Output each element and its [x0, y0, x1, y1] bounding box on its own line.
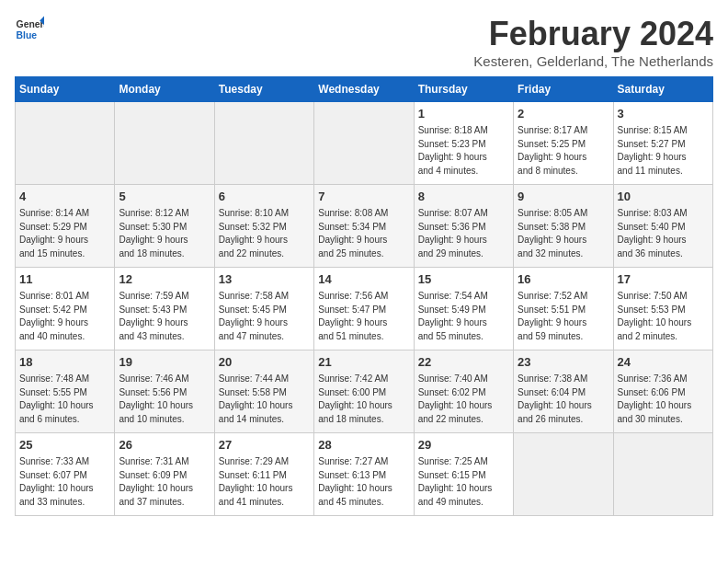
- day-cell: 8Sunrise: 8:07 AM Sunset: 5:36 PM Daylig…: [414, 185, 513, 268]
- week-row-1: 1Sunrise: 8:18 AM Sunset: 5:23 PM Daylig…: [16, 102, 713, 185]
- day-number: 29: [418, 437, 509, 454]
- day-info: Sunrise: 7:38 AM Sunset: 6:04 PM Dayligh…: [518, 373, 609, 426]
- day-cell: 24Sunrise: 7:36 AM Sunset: 6:06 PM Dayli…: [613, 350, 712, 433]
- day-info: Sunrise: 7:52 AM Sunset: 5:51 PM Dayligh…: [518, 290, 609, 343]
- col-header-tuesday: Tuesday: [214, 77, 313, 102]
- col-header-monday: Monday: [115, 77, 214, 102]
- title-area: February 2024 Kesteren, Gelderland, The …: [473, 15, 713, 69]
- day-number: 20: [219, 354, 310, 371]
- svg-text:Blue: Blue: [17, 30, 38, 40]
- day-cell: 15Sunrise: 7:54 AM Sunset: 5:49 PM Dayli…: [414, 268, 513, 350]
- col-header-thursday: Thursday: [414, 77, 513, 102]
- day-cell: 20Sunrise: 7:44 AM Sunset: 5:58 PM Dayli…: [214, 350, 313, 433]
- day-cell: [16, 102, 115, 185]
- day-info: Sunrise: 8:03 AM Sunset: 5:40 PM Dayligh…: [618, 207, 709, 260]
- col-header-saturday: Saturday: [613, 77, 712, 102]
- day-cell: 16Sunrise: 7:52 AM Sunset: 5:51 PM Dayli…: [514, 268, 613, 350]
- day-cell: 2Sunrise: 8:17 AM Sunset: 5:25 PM Daylig…: [514, 102, 613, 185]
- day-cell: 3Sunrise: 8:15 AM Sunset: 5:27 PM Daylig…: [613, 102, 712, 185]
- day-number: 8: [418, 189, 509, 205]
- calendar-table: SundayMondayTuesdayWednesdayThursdayFrid…: [15, 76, 713, 516]
- day-number: 3: [618, 106, 709, 122]
- day-cell: 5Sunrise: 8:12 AM Sunset: 5:30 PM Daylig…: [115, 185, 214, 268]
- day-number: 24: [618, 354, 709, 371]
- day-cell: [514, 433, 613, 516]
- col-header-wednesday: Wednesday: [314, 77, 414, 102]
- logo: General Blue: [15, 15, 44, 44]
- day-cell: 25Sunrise: 7:33 AM Sunset: 6:07 PM Dayli…: [16, 433, 115, 516]
- day-info: Sunrise: 7:42 AM Sunset: 6:00 PM Dayligh…: [318, 373, 409, 426]
- day-number: 6: [219, 189, 310, 205]
- day-number: 11: [19, 271, 110, 288]
- day-number: 19: [119, 354, 210, 371]
- day-number: 14: [318, 271, 409, 288]
- day-number: 2: [518, 106, 609, 122]
- day-info: Sunrise: 7:48 AM Sunset: 5:55 PM Dayligh…: [19, 373, 110, 426]
- day-cell: 22Sunrise: 7:40 AM Sunset: 6:02 PM Dayli…: [414, 350, 513, 433]
- day-info: Sunrise: 8:12 AM Sunset: 5:30 PM Dayligh…: [119, 207, 210, 260]
- header-row: SundayMondayTuesdayWednesdayThursdayFrid…: [16, 77, 713, 102]
- week-row-2: 4Sunrise: 8:14 AM Sunset: 5:29 PM Daylig…: [16, 185, 713, 268]
- day-info: Sunrise: 8:08 AM Sunset: 5:34 PM Dayligh…: [318, 207, 409, 260]
- day-cell: 11Sunrise: 8:01 AM Sunset: 5:42 PM Dayli…: [16, 268, 115, 350]
- week-row-4: 18Sunrise: 7:48 AM Sunset: 5:55 PM Dayli…: [16, 350, 713, 433]
- day-number: 18: [19, 354, 110, 371]
- day-info: Sunrise: 7:29 AM Sunset: 6:11 PM Dayligh…: [219, 455, 310, 509]
- day-cell: 17Sunrise: 7:50 AM Sunset: 5:53 PM Dayli…: [613, 268, 712, 350]
- day-info: Sunrise: 7:46 AM Sunset: 5:56 PM Dayligh…: [119, 373, 210, 426]
- day-number: 23: [518, 354, 609, 371]
- day-number: 5: [119, 189, 210, 205]
- day-number: 26: [119, 437, 210, 454]
- day-cell: 4Sunrise: 8:14 AM Sunset: 5:29 PM Daylig…: [16, 185, 115, 268]
- header: General Blue February 2024 Kesteren, Gel…: [15, 15, 713, 69]
- day-cell: [214, 102, 313, 185]
- day-info: Sunrise: 7:40 AM Sunset: 6:02 PM Dayligh…: [418, 373, 509, 426]
- day-cell: 14Sunrise: 7:56 AM Sunset: 5:47 PM Dayli…: [314, 268, 414, 350]
- day-info: Sunrise: 8:14 AM Sunset: 5:29 PM Dayligh…: [19, 207, 110, 260]
- day-info: Sunrise: 7:56 AM Sunset: 5:47 PM Dayligh…: [318, 290, 409, 343]
- day-cell: 23Sunrise: 7:38 AM Sunset: 6:04 PM Dayli…: [514, 350, 613, 433]
- day-info: Sunrise: 8:07 AM Sunset: 5:36 PM Dayligh…: [418, 207, 509, 260]
- day-number: 9: [518, 189, 609, 205]
- day-cell: 28Sunrise: 7:27 AM Sunset: 6:13 PM Dayli…: [314, 433, 414, 516]
- day-cell: 19Sunrise: 7:46 AM Sunset: 5:56 PM Dayli…: [115, 350, 214, 433]
- day-cell: 12Sunrise: 7:59 AM Sunset: 5:43 PM Dayli…: [115, 268, 214, 350]
- day-number: 27: [219, 437, 310, 454]
- day-info: Sunrise: 8:05 AM Sunset: 5:38 PM Dayligh…: [518, 207, 609, 260]
- day-info: Sunrise: 7:25 AM Sunset: 6:15 PM Dayligh…: [418, 455, 509, 509]
- day-info: Sunrise: 7:27 AM Sunset: 6:13 PM Dayligh…: [318, 455, 409, 509]
- day-number: 15: [418, 271, 509, 288]
- col-header-sunday: Sunday: [16, 77, 115, 102]
- day-number: 10: [618, 189, 709, 205]
- day-number: 16: [518, 271, 609, 288]
- day-cell: 26Sunrise: 7:31 AM Sunset: 6:09 PM Dayli…: [115, 433, 214, 516]
- day-number: 13: [219, 271, 310, 288]
- day-info: Sunrise: 7:58 AM Sunset: 5:45 PM Dayligh…: [219, 290, 310, 343]
- day-cell: 7Sunrise: 8:08 AM Sunset: 5:34 PM Daylig…: [314, 185, 414, 268]
- day-info: Sunrise: 8:17 AM Sunset: 5:25 PM Dayligh…: [518, 124, 609, 178]
- day-number: 25: [19, 437, 110, 454]
- day-number: 4: [19, 189, 110, 205]
- day-info: Sunrise: 8:01 AM Sunset: 5:42 PM Dayligh…: [19, 290, 110, 343]
- day-info: Sunrise: 7:59 AM Sunset: 5:43 PM Dayligh…: [119, 290, 210, 343]
- day-info: Sunrise: 8:10 AM Sunset: 5:32 PM Dayligh…: [219, 207, 310, 260]
- day-number: 21: [318, 354, 409, 371]
- day-info: Sunrise: 7:54 AM Sunset: 5:49 PM Dayligh…: [418, 290, 509, 343]
- day-info: Sunrise: 7:33 AM Sunset: 6:07 PM Dayligh…: [19, 455, 110, 509]
- logo-icon: General Blue: [15, 15, 44, 44]
- day-cell: 27Sunrise: 7:29 AM Sunset: 6:11 PM Dayli…: [214, 433, 313, 516]
- day-number: 28: [318, 437, 409, 454]
- col-header-friday: Friday: [514, 77, 613, 102]
- location: Kesteren, Gelderland, The Netherlands: [473, 53, 713, 69]
- week-row-3: 11Sunrise: 8:01 AM Sunset: 5:42 PM Dayli…: [16, 268, 713, 350]
- day-number: 12: [119, 271, 210, 288]
- day-cell: [613, 433, 712, 516]
- month-title: February 2024: [473, 15, 713, 53]
- day-cell: 29Sunrise: 7:25 AM Sunset: 6:15 PM Dayli…: [414, 433, 513, 516]
- day-cell: 18Sunrise: 7:48 AM Sunset: 5:55 PM Dayli…: [16, 350, 115, 433]
- day-cell: [314, 102, 414, 185]
- day-cell: 13Sunrise: 7:58 AM Sunset: 5:45 PM Dayli…: [214, 268, 313, 350]
- day-info: Sunrise: 7:36 AM Sunset: 6:06 PM Dayligh…: [618, 373, 709, 426]
- day-info: Sunrise: 7:31 AM Sunset: 6:09 PM Dayligh…: [119, 455, 210, 509]
- day-number: 22: [418, 354, 509, 371]
